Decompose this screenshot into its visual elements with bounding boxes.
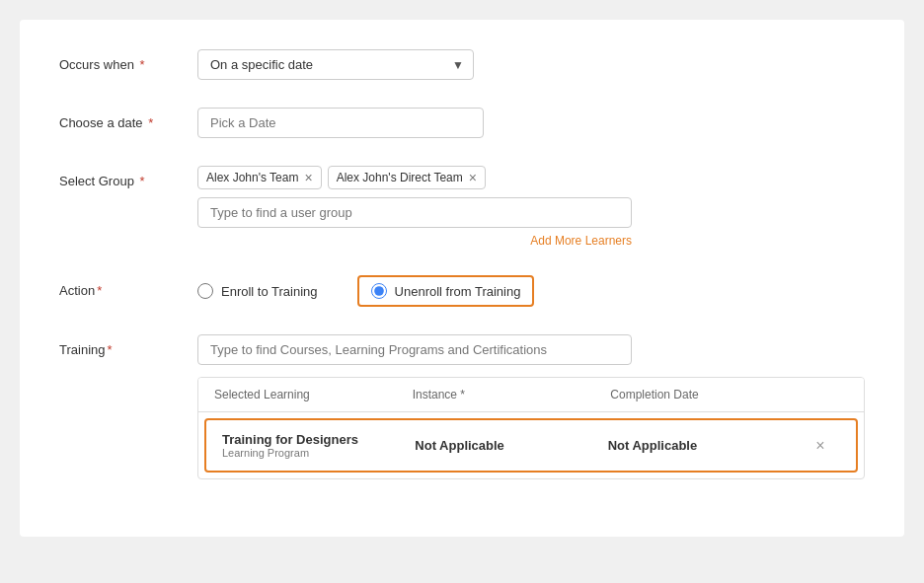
date-input[interactable] (197, 108, 484, 138)
select-group-row: Select Group * Alex John's Team × Alex J… (59, 166, 865, 248)
group-tag-2: Alex John's Direct Team × (328, 166, 486, 189)
unenroll-label: Unenroll from Training (395, 284, 521, 299)
learning-subtitle: Learning Program (222, 447, 415, 459)
choose-date-row: Choose a date * (59, 108, 865, 138)
group-search-input[interactable] (197, 197, 632, 228)
action-label: Action* (59, 275, 197, 298)
form-container: Occurs when * On a specific date ▼ Choos… (20, 20, 904, 537)
action-options: Enroll to Training Unenroll from Trainin… (197, 275, 865, 307)
training-row: Training* Selected Learning Instance * C… (59, 334, 865, 479)
occurs-when-content: On a specific date ▼ (197, 49, 865, 80)
learning-title: Training for Designers (222, 432, 415, 447)
group-tag-label-1: Alex John's Team (206, 171, 298, 184)
add-more-learners-link[interactable]: Add More Learners (197, 234, 632, 248)
select-group-label: Select Group * (59, 166, 197, 188)
occurs-when-label: Occurs when * (59, 49, 197, 72)
row-close-button[interactable]: × (801, 437, 840, 455)
learning-table-header: Selected Learning Instance * Completion … (198, 378, 864, 412)
group-tag-close-2[interactable]: × (469, 171, 477, 184)
training-label: Training* (59, 334, 197, 357)
col-header-actions (808, 388, 848, 401)
table-row: Training for Designers Learning Program … (204, 418, 858, 473)
occurs-when-row: Occurs when * On a specific date ▼ (59, 49, 865, 80)
col-header-instance: Instance * (413, 388, 611, 401)
col-header-learning: Selected Learning (214, 388, 413, 401)
select-group-content: Alex John's Team × Alex John's Direct Te… (197, 166, 865, 248)
action-content: Enroll to Training Unenroll from Trainin… (197, 275, 865, 307)
enroll-label: Enroll to Training (221, 284, 318, 299)
learning-completion: Not Applicable (608, 438, 801, 453)
choose-date-content (197, 108, 865, 138)
enroll-radio[interactable] (197, 283, 213, 299)
occurs-when-select[interactable]: On a specific date (197, 49, 474, 80)
training-content: Selected Learning Instance * Completion … (197, 334, 865, 479)
unenroll-radio[interactable] (371, 283, 387, 299)
group-tag-1: Alex John's Team × (197, 166, 322, 189)
col-header-completion: Completion Date (610, 388, 808, 401)
group-tag-close-1[interactable]: × (304, 171, 312, 184)
enroll-option[interactable]: Enroll to Training (197, 283, 318, 299)
choose-date-label: Choose a date * (59, 108, 197, 130)
action-row: Action* Enroll to Training Unenroll from… (59, 275, 865, 307)
training-search-input[interactable] (197, 334, 632, 365)
occurs-when-select-wrapper: On a specific date ▼ (197, 49, 474, 80)
unenroll-option[interactable]: Unenroll from Training (357, 275, 535, 307)
group-tags: Alex John's Team × Alex John's Direct Te… (197, 166, 865, 189)
learning-info: Training for Designers Learning Program (222, 432, 415, 459)
group-tag-label-2: Alex John's Direct Team (337, 171, 463, 184)
learning-instance: Not Applicable (415, 438, 607, 453)
learning-table: Selected Learning Instance * Completion … (197, 377, 865, 479)
